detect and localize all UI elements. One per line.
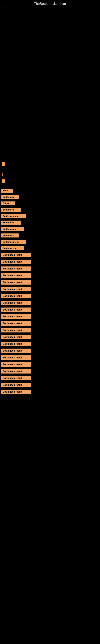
bottleneck-badge-32: Bottleneck result <box>1 376 31 380</box>
bottleneck-item-13[interactable]: Bottleneck re <box>1 246 99 250</box>
bottleneck-item-30[interactable]: Bottleneck result <box>1 362 99 367</box>
bottleneck-item-14[interactable]: Bottleneck result <box>1 253 99 257</box>
bottleneck-badge-18: Bottleneck result <box>1 280 31 284</box>
bottleneck-item-7[interactable]: Bottleneck r <box>1 208 99 212</box>
bottleneck-item-9[interactable]: Bottleneck r <box>1 220 99 224</box>
indicator-e2 <box>2 179 5 183</box>
bottleneck-item-11[interactable]: Bottleneck <box>1 234 99 238</box>
bottleneck-badge-22: Bottleneck result <box>1 308 31 312</box>
bottleneck-badge-20: Bottleneck result <box>1 294 31 298</box>
bottleneck-item-18[interactable]: Bottleneck result <box>1 280 99 284</box>
bottleneck-item-28[interactable]: Bottleneck result <box>1 348 99 353</box>
small-indicators: | <box>0 160 100 186</box>
site-title-container: TheBottlenecker.com <box>0 0 100 7</box>
bottleneck-badge-33: Bottleneck result <box>1 383 31 387</box>
bottleneck-badge-34: Bottleneck result <box>1 390 31 394</box>
bottleneck-badge-14: Bottleneck result <box>1 253 31 257</box>
bottleneck-badge-6: Bottlen <box>1 202 15 205</box>
bottleneck-badge-29: Bottleneck result <box>1 356 31 360</box>
bottleneck-item-22[interactable]: Bottleneck result <box>1 308 99 312</box>
bottleneck-badge-23: Bottleneck result <box>1 314 31 319</box>
bottleneck-item-33[interactable]: Bottleneck result <box>1 383 99 387</box>
bottleneck-item-24[interactable]: Bottleneck result <box>1 321 99 326</box>
bottleneck-item-17[interactable]: Bottleneck result <box>1 273 99 278</box>
bottleneck-item-12[interactable]: Bottleneck resu <box>1 240 99 244</box>
site-title: TheBottlenecker.com <box>0 0 100 7</box>
bottleneck-badge-15: Bottleneck result <box>1 260 31 264</box>
bottleneck-badge-16: Bottleneck result <box>1 266 31 271</box>
bottleneck-badge-27: Bottleneck result <box>1 342 31 346</box>
bottleneck-badge-13: Bottleneck re <box>1 246 24 250</box>
bottleneck-item-32[interactable]: Bottleneck result <box>1 376 99 380</box>
bottleneck-badge-19: Bottleneck result <box>1 287 31 292</box>
bottleneck-badge-12: Bottleneck resu <box>1 240 26 244</box>
bottleneck-item-8[interactable]: Bottleneck resu <box>1 214 99 218</box>
bottleneck-item-19[interactable]: Bottleneck result <box>1 287 99 292</box>
bottleneck-badge-31: Bottleneck result <box>1 369 31 374</box>
bottleneck-badge-9: Bottleneck r <box>1 220 21 224</box>
bottleneck-badge-8: Bottleneck resu <box>1 214 26 218</box>
bottleneck-badge-24: Bottleneck result <box>1 321 31 326</box>
bottleneck-item-15[interactable]: Bottleneck result <box>1 260 99 264</box>
bottleneck-item-34[interactable]: Bottleneck result <box>1 390 99 394</box>
bottleneck-badge-25: Bottleneck result <box>1 328 31 332</box>
bottleneck-item-29[interactable]: Bottleneck result <box>1 356 99 360</box>
bottleneck-badge-5: Bottleneck <box>1 195 19 199</box>
bottleneck-badge-10: Bottleneck re <box>1 227 24 231</box>
bottleneck-item-26[interactable]: Bottleneck result <box>1 335 99 339</box>
bottleneck-badge-4: Bottle <box>1 189 13 192</box>
bottleneck-item-5[interactable]: Bottleneck <box>1 195 99 199</box>
bottleneck-item-23[interactable]: Bottleneck result <box>1 314 99 319</box>
bottleneck-item-16[interactable]: Bottleneck result <box>1 266 99 271</box>
indicator-e1 <box>2 162 5 166</box>
bottleneck-list: Bottle Bottleneck Bottlen Bottleneck r B… <box>0 189 100 394</box>
bottleneck-item-21[interactable]: Bottleneck result <box>1 301 99 305</box>
bottleneck-badge-30: Bottleneck result <box>1 362 31 367</box>
bottleneck-item-27[interactable]: Bottleneck result <box>1 342 99 346</box>
bottleneck-item-6[interactable]: Bottlen <box>1 202 99 205</box>
bottleneck-badge-26: Bottleneck result <box>1 335 31 339</box>
bottleneck-item-4[interactable]: Bottle <box>1 189 99 192</box>
main-chart-area <box>2 7 98 160</box>
bottleneck-item-10[interactable]: Bottleneck re <box>1 227 99 231</box>
bottleneck-badge-17: Bottleneck result <box>1 273 31 278</box>
bottleneck-badge-7: Bottleneck r <box>1 208 21 212</box>
bottleneck-item-25[interactable]: Bottleneck result <box>1 328 99 332</box>
pipe-indicator: | <box>2 172 3 176</box>
bottleneck-badge-28: Bottleneck result <box>1 348 31 353</box>
bottleneck-item-31[interactable]: Bottleneck result <box>1 369 99 374</box>
bottleneck-badge-21: Bottleneck result <box>1 301 31 305</box>
bottleneck-item-20[interactable]: Bottleneck result <box>1 294 99 298</box>
bottleneck-badge-11: Bottleneck <box>1 234 19 238</box>
